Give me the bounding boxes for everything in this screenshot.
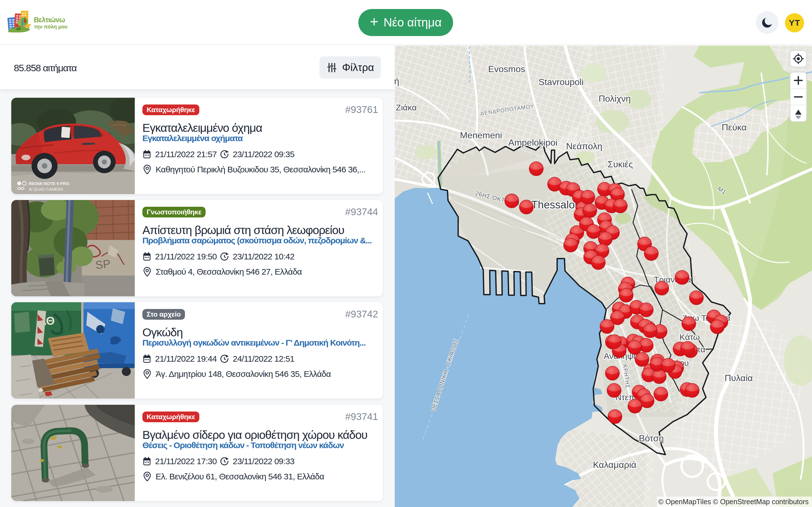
svg-text:Menemeni: Menemeni — [460, 130, 502, 140]
svg-text:Νεάπολη: Νεάπολη — [566, 141, 602, 151]
svg-text:Ζιάκα: Ζιάκα — [396, 103, 417, 112]
svg-text:ή: ή — [395, 76, 399, 86]
svg-text:REDMI NOTE 9 PRO: REDMI NOTE 9 PRO — [29, 181, 69, 186]
svg-text:AI QUAD CAMERA: AI QUAD CAMERA — [29, 187, 63, 191]
svg-text:SP: SP — [95, 258, 111, 271]
svg-text:Ampelokipoi: Ampelokipoi — [508, 137, 557, 148]
svg-text:Stavroupoli: Stavroupoli — [539, 77, 583, 87]
svg-text:Evosmos: Evosmos — [488, 64, 525, 74]
svg-text:Πολίχνη: Πολίχνη — [599, 94, 631, 104]
svg-text:Πυλαία: Πυλαία — [725, 373, 753, 383]
svg-text:Καλαμαριά: Καλαμαριά — [593, 460, 637, 470]
svg-text:Πεύκα: Πεύκα — [722, 122, 747, 132]
svg-text:© OpenMapTiles © OpenStreetMap: © OpenMapTiles © OpenStreetMap contribut… — [658, 498, 809, 506]
svg-text:Συκιές: Συκιές — [608, 159, 633, 169]
svg-text:Βότση: Βότση — [639, 433, 664, 443]
svg-text:Κάτω: Κάτω — [679, 332, 700, 342]
